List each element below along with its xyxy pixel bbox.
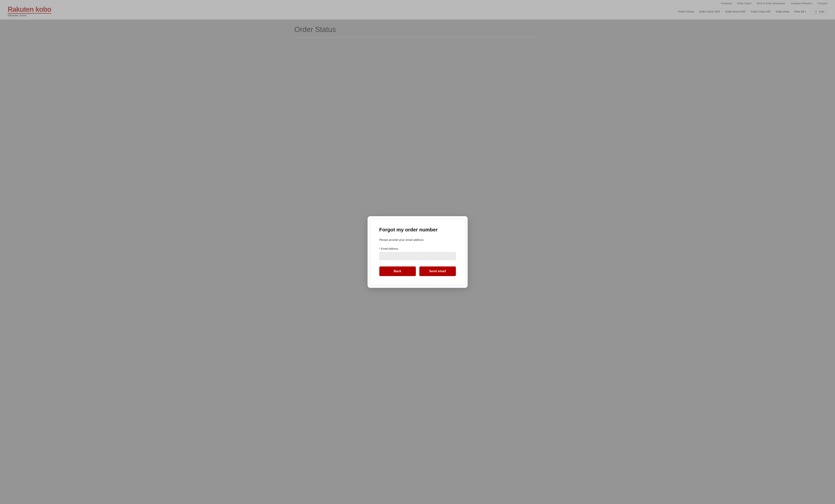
email-form-group: * Email Address [379, 247, 456, 260]
modal-inner: Forgot my order number Please provide yo… [370, 219, 465, 285]
email-label: * Email Address [379, 247, 456, 250]
back-button[interactable]: Back [379, 266, 416, 276]
modal-wrapper: Forgot my order number Please provide yo… [368, 216, 468, 288]
modal-actions: Back Send email [379, 266, 456, 276]
modal-title: Forgot my order number [379, 227, 456, 233]
modal-overlay: Forgot my order number Please provide yo… [0, 0, 835, 504]
send-email-button[interactable]: Send email [419, 266, 456, 276]
email-field[interactable] [379, 252, 456, 260]
modal-description: Please provide your email address. [379, 238, 456, 241]
